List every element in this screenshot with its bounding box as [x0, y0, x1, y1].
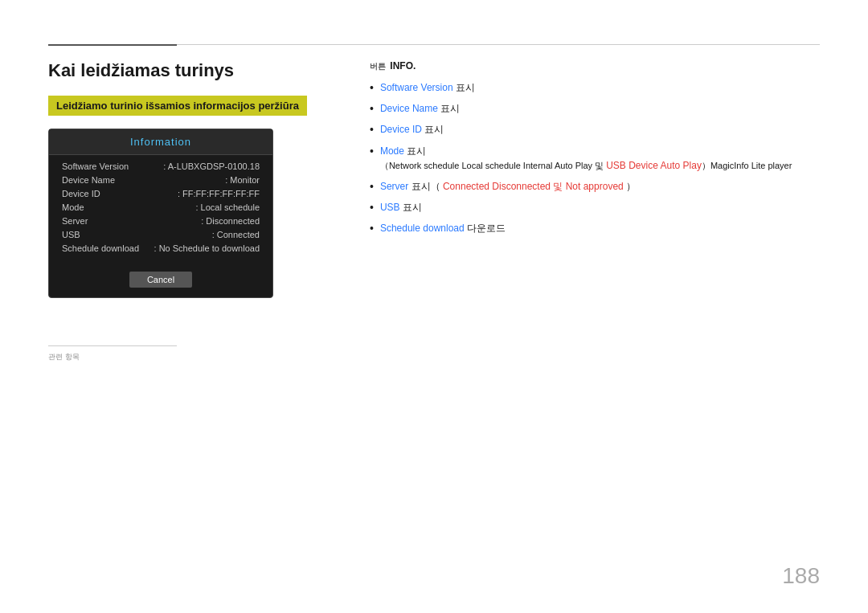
info-label-server: Server: [62, 216, 142, 226]
list-item-mode: • Mode 표시 （Network schedule Local schedu…: [370, 144, 820, 173]
info-row-usb: USB : Connected: [62, 230, 260, 239]
bottom-note: 관련 항목: [48, 352, 80, 362]
link-schedule: Schedule download: [380, 223, 465, 234]
text-mode: 표시: [407, 145, 426, 157]
list-item-schedule: • Schedule download 다운로드: [370, 221, 820, 235]
item-software-content: Software Version 표시: [380, 80, 475, 95]
text-server-end: ）: [626, 181, 636, 192]
link-deviceid: Device ID: [380, 124, 422, 135]
mode-red: USB Device Auto Play: [606, 160, 702, 171]
info-value-server: : Disconnected: [142, 216, 260, 226]
left-column: Kai leidžiamas turinys Leidžiamo turinio…: [48, 60, 354, 298]
text-schedule: 다운로드: [467, 223, 506, 234]
bottom-rule-left: [48, 345, 177, 346]
text-devicename: 표시: [440, 103, 460, 114]
bullet-dot-1: •: [370, 80, 374, 95]
link-mode: Mode: [380, 145, 404, 157]
info-label-schedule: Schedule download: [62, 243, 142, 253]
text-software: 표시: [456, 82, 475, 93]
list-item-software: • Software Version 표시: [370, 80, 820, 95]
header-info: INFO.: [390, 60, 416, 72]
link-software: Software Version: [380, 82, 453, 93]
info-rows: Software Version : A-LUBXGDSP-0100.18 De…: [49, 155, 272, 264]
info-value-software: : A-LUBXGDSP-0100.18: [142, 161, 260, 171]
list-item-usb: • USB 표시: [370, 200, 820, 215]
list-item-deviceid: • Device ID 표시: [370, 122, 820, 137]
info-row-software: Software Version : A-LUBXGDSP-0100.18: [62, 161, 260, 171]
cancel-button[interactable]: Cancel: [129, 272, 192, 288]
info-value-devicename: : Monitor: [142, 175, 260, 185]
item-devicename-content: Device Name 표시: [380, 101, 460, 116]
bullet-dot-3: •: [370, 122, 374, 137]
page-title: Kai leidžiamas turinys: [48, 60, 354, 81]
item-schedule-content: Schedule download 다운로드: [380, 221, 506, 235]
bullet-dot-6: •: [370, 200, 374, 215]
info-dialog: Information Software Version : A-LUBXGDS…: [48, 129, 273, 298]
text-usb: 표시: [403, 202, 422, 213]
info-value-deviceid: : FF:FF:FF:FF:FF:FF: [142, 189, 260, 198]
bullet-dot-5: •: [370, 179, 374, 194]
info-label-deviceid: Device ID: [62, 189, 142, 198]
cancel-btn-area: Cancel: [49, 272, 272, 288]
info-row-devicename: Device Name : Monitor: [62, 175, 260, 185]
highlight-box: Leidžiamo turinio išsamios informacijos …: [48, 96, 307, 116]
info-row-mode: Mode : Local schedule: [62, 202, 260, 212]
mode-sub: （Network schedule Local schedule Interna…: [380, 161, 792, 170]
bullet-dot-7: •: [370, 221, 374, 235]
info-label-mode: Mode: [62, 202, 142, 212]
item-deviceid-content: Device ID 표시: [380, 122, 444, 137]
link-server: Server: [380, 181, 408, 192]
item-usb-content: USB 표시: [380, 200, 422, 215]
info-row-server: Server : Disconnected: [62, 216, 260, 226]
right-column: 버튼 INFO. • Software Version 표시 • Device …: [370, 60, 820, 242]
info-label-software: Software Version: [62, 161, 142, 171]
bullet-dot-2: •: [370, 101, 374, 116]
link-usb: USB: [380, 202, 400, 213]
server-red: Connected Disconnected 및 Not approved: [443, 181, 624, 192]
top-rule-accent: [48, 44, 177, 46]
dialog-title: Information: [49, 129, 272, 155]
right-header: 버튼 INFO.: [370, 60, 820, 72]
info-label-usb: USB: [62, 230, 142, 239]
list-item-server: • Server 표시（ Connected Disconnected 및 No…: [370, 179, 820, 194]
info-row-deviceid: Device ID : FF:FF:FF:FF:FF:FF: [62, 189, 260, 198]
link-devicename: Device Name: [380, 103, 438, 114]
item-server-content: Server 표시（ Connected Disconnected 및 Not …: [380, 179, 636, 194]
bullet-list: • Software Version 표시 • Device Name 표시 •…: [370, 80, 820, 235]
page-container: Kai leidžiamas turinys Leidžiamo turinio…: [0, 0, 868, 613]
text-deviceid: 표시: [424, 124, 444, 135]
info-label-devicename: Device Name: [62, 175, 142, 185]
header-prefix: 버튼: [370, 62, 386, 71]
bullet-dot-4: •: [370, 144, 374, 158]
info-row-schedule: Schedule download : No Schedule to downl…: [62, 243, 260, 253]
info-value-mode: : Local schedule: [142, 202, 260, 212]
list-item-devicename: • Device Name 표시: [370, 101, 820, 116]
item-mode-content: Mode 표시 （Network schedule Local schedule…: [380, 144, 792, 173]
info-value-usb: : Connected: [142, 230, 260, 239]
info-value-schedule: : No Schedule to download: [142, 243, 260, 253]
page-number: 188: [782, 563, 820, 589]
text-server: 표시（: [411, 181, 440, 192]
